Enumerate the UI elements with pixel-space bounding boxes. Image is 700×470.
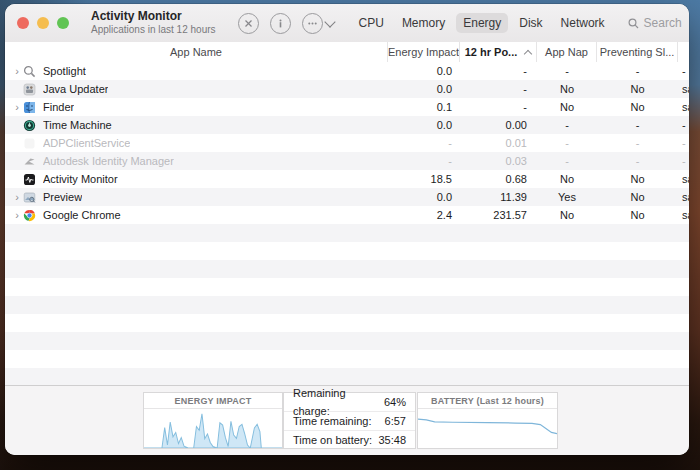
app-nap-cell: No [537, 98, 597, 116]
quit-process-button[interactable] [238, 13, 259, 34]
table-row[interactable]: Java Updater0.0-NoNosa [5, 80, 689, 98]
battery-stat-value: 64% [384, 393, 406, 411]
battery-stat-row: Time on battery:35:48 [284, 431, 415, 449]
titlebar: Activity Monitor Applications in last 12… [5, 4, 689, 43]
column-header-nap[interactable]: App Nap [537, 42, 597, 62]
tab-disk[interactable]: Disk [512, 13, 549, 33]
adp-client-service-icon [23, 137, 36, 150]
tab-energy[interactable]: Energy [456, 13, 508, 33]
search-field[interactable]: Search [628, 16, 682, 30]
column-header-name[interactable]: App Name [5, 42, 388, 62]
traffic-lights [17, 17, 69, 29]
table-row[interactable]: Time Machine0.00.00--- [5, 116, 689, 134]
table-row[interactable]: ›Finder0.1-NoNosa [5, 98, 689, 116]
app-nap-cell: - [537, 116, 597, 134]
chevron-down-icon [324, 16, 335, 27]
search-icon [628, 18, 639, 29]
column-header-prevent[interactable]: Preventing Sl... [597, 42, 678, 62]
column-header-user[interactable] [678, 42, 689, 62]
app-name-cell: ›Preview [5, 188, 388, 206]
close-window-button[interactable] [17, 17, 29, 29]
google-chrome-icon [23, 209, 36, 222]
power-12hr-cell: 0.03 [460, 152, 537, 170]
sort-ascending-icon [524, 49, 532, 57]
battery-history-chart [418, 409, 557, 448]
finder-icon [23, 101, 36, 114]
table-row[interactable]: ›Spotlight0.0---- [5, 62, 689, 80]
inspect-process-button[interactable] [270, 13, 291, 34]
column-header-label: Preventing Sl... [600, 46, 675, 58]
user-cell: sa [678, 188, 689, 206]
activity-monitor-window: Activity Monitor Applications in last 12… [5, 4, 689, 455]
minimize-window-button[interactable] [37, 17, 49, 29]
battery-panel-title: BATTERY (Last 12 hours) [418, 393, 557, 409]
app-name-label: Google Chrome [43, 206, 121, 224]
energy-impact-cell: 18.5 [388, 170, 460, 188]
app-name-cell: Java Updater [5, 80, 388, 98]
preventing-sleep-cell: No [597, 188, 678, 206]
power-12hr-cell: 0.00 [460, 116, 537, 134]
energy-impact-panel-title: ENERGY IMPACT [144, 393, 282, 409]
zoom-window-button[interactable] [57, 17, 69, 29]
disclosure-chevron-icon[interactable]: › [11, 188, 23, 206]
table-row[interactable]: Activity Monitor18.50.68NoNosa [5, 170, 689, 188]
column-header-label: App Name [170, 46, 222, 58]
app-nap-cell: No [537, 80, 597, 98]
energy-impact-chart [144, 409, 282, 448]
preview-icon [23, 191, 36, 204]
user-cell: sa [678, 170, 689, 188]
app-name-label: Spotlight [43, 62, 86, 80]
battery-stat-row: Remaining charge:64% [284, 393, 415, 412]
preventing-sleep-cell: No [597, 206, 678, 224]
app-nap-cell: - [537, 152, 597, 170]
autodesk-identity-manager-icon [23, 155, 36, 168]
power-12hr-cell: - [460, 80, 537, 98]
energy-impact-cell: - [388, 152, 460, 170]
energy-impact-cell: 0.0 [388, 188, 460, 206]
energy-impact-cell: 0.0 [388, 80, 460, 98]
app-name-cell: ›Google Chrome [5, 206, 388, 224]
java-updater-icon [23, 83, 36, 96]
more-options-group[interactable] [302, 13, 334, 34]
empty-table-row [5, 314, 689, 332]
column-header-energy[interactable]: Energy Impact [388, 42, 460, 62]
power-12hr-cell: 11.39 [460, 188, 537, 206]
disclosure-chevron-icon[interactable]: › [11, 206, 23, 224]
app-nap-cell: No [537, 206, 597, 224]
table-header: App NameEnergy Impact12 hr Po...App NapP… [5, 42, 689, 63]
power-12hr-cell: 231.57 [460, 206, 537, 224]
tab-network[interactable]: Network [554, 13, 612, 33]
power-12hr-cell: - [460, 98, 537, 116]
user-cell: - [678, 62, 689, 80]
app-name-cell: ›Spotlight [5, 62, 388, 80]
empty-table-row [5, 332, 689, 350]
search-placeholder: Search [644, 16, 682, 30]
preventing-sleep-cell: No [597, 80, 678, 98]
preventing-sleep-cell: - [597, 62, 678, 80]
app-name-label: Preview [43, 188, 82, 206]
title-block: Activity Monitor Applications in last 12… [91, 10, 216, 35]
table-row[interactable]: Autodesk Identity Manager-0.03--- [5, 152, 689, 170]
app-name-label: Java Updater [43, 80, 108, 98]
table-row[interactable]: ›Preview0.011.39YesNosa [5, 188, 689, 206]
disclosure-chevron-icon[interactable]: › [11, 98, 23, 116]
column-header-power[interactable]: 12 hr Po... [460, 42, 537, 62]
tab-cpu[interactable]: CPU [352, 13, 391, 33]
app-name-label: Autodesk Identity Manager [43, 152, 174, 170]
app-nap-cell: - [537, 62, 597, 80]
empty-table-row [5, 260, 689, 278]
disclosure-chevron-icon[interactable]: › [11, 62, 23, 80]
tab-memory[interactable]: Memory [395, 13, 452, 33]
x-icon [244, 19, 253, 28]
energy-impact-cell: 0.0 [388, 62, 460, 80]
app-name-label: Activity Monitor [43, 170, 118, 188]
battery-stat-label: Time remaining: [293, 412, 371, 430]
toolbar-buttons [238, 13, 334, 34]
more-options-button[interactable] [302, 13, 323, 34]
energy-impact-panel: ENERGY IMPACT [143, 392, 283, 449]
app-name-cell: Activity Monitor [5, 170, 388, 188]
table-row[interactable]: ADPClientService-0.01--- [5, 134, 689, 152]
table-row[interactable]: ›Google Chrome2.4231.57NoNosa [5, 206, 689, 224]
window-title: Activity Monitor [91, 10, 216, 24]
preventing-sleep-cell: - [597, 134, 678, 152]
